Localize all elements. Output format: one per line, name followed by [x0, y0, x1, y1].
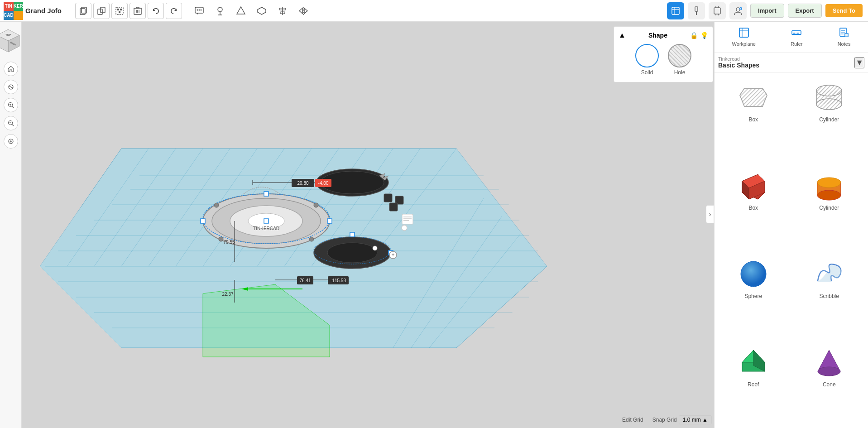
svg-line-52 [12, 106, 14, 108]
svg-point-174 [817, 178, 841, 188]
circuit-mode-button[interactable] [709, 2, 726, 19]
mirror-icon-btn[interactable] [295, 3, 312, 19]
svg-text:+: + [740, 7, 742, 10]
box-solid-thumb [733, 168, 774, 204]
shape-item-cone[interactable]: Cone [794, 341, 865, 424]
workplane-tab[interactable]: Workplane [727, 25, 761, 48]
project-name[interactable]: Grand Jofo [25, 7, 62, 14]
shape-item-roof[interactable]: Roof [718, 341, 789, 424]
svg-rect-4 [116, 7, 123, 14]
svg-rect-6 [120, 9, 122, 10]
svg-rect-35 [714, 8, 720, 14]
app-logo: TIN KER CAD [4, 2, 22, 20]
svg-point-105 [314, 203, 318, 207]
measure-icon-btn[interactable] [254, 3, 270, 19]
more-tools-button[interactable] [4, 134, 18, 149]
solid-option[interactable]: Solid [635, 44, 659, 76]
zoom-in-button[interactable] [4, 98, 18, 112]
shape-item-scribble[interactable]: Scribble [794, 253, 865, 336]
right-panel-tabs: Workplane Ruler Notes [715, 22, 868, 53]
svg-rect-0 [80, 9, 85, 14]
pin-icon-btn[interactable] [212, 3, 228, 19]
import-button[interactable]: Import [750, 4, 784, 18]
solid-circle [635, 44, 659, 67]
ruler-label: Ruler [791, 41, 802, 47]
ruler-icon [791, 27, 802, 40]
export-button[interactable]: Export [788, 4, 822, 18]
canvas-area[interactable]: TINKERCAD + [22, 22, 714, 428]
align-icon-btn[interactable] [274, 3, 291, 19]
undo-button[interactable] [148, 3, 164, 19]
panel-collapse-button[interactable]: › [706, 205, 714, 223]
svg-point-178 [741, 261, 766, 287]
shape-lock-button[interactable]: 🔒 [690, 32, 698, 39]
workplane-icon [739, 27, 749, 40]
sendto-button[interactable]: Send To [825, 4, 863, 17]
library-dropdown-button[interactable]: ▼ [854, 57, 864, 68]
svg-text:-4.00: -4.00 [318, 181, 329, 186]
shape-item-cylinder-hole[interactable]: Cylinder [794, 77, 865, 159]
cone-thumb [809, 344, 849, 380]
svg-rect-139 [402, 214, 413, 224]
scribble-label: Scribble [820, 293, 839, 299]
left-sidebar: TOP BACK [0, 22, 22, 428]
svg-text:76.41: 76.41 [299, 278, 311, 283]
shape-light-button[interactable]: 💡 [700, 32, 708, 39]
svg-rect-111 [350, 232, 355, 237]
hammer-mode-button[interactable] [688, 2, 705, 19]
solid-label: Solid [641, 69, 653, 76]
notes-tab[interactable]: Notes [832, 25, 856, 48]
svg-point-109 [327, 243, 377, 263]
svg-point-183 [818, 367, 840, 376]
shape-item-sphere[interactable]: Sphere [718, 253, 789, 336]
group-button[interactable] [111, 3, 128, 19]
duplicate-button[interactable] [93, 3, 110, 19]
svg-rect-7 [119, 11, 120, 13]
comment-icon-btn[interactable] [191, 3, 207, 19]
svg-point-104 [214, 203, 219, 207]
edit-grid-button[interactable]: Edit Grid [622, 415, 643, 424]
delete-button[interactable] [129, 3, 146, 19]
shape-icon-btn[interactable] [233, 3, 249, 19]
svg-rect-101 [327, 219, 332, 223]
home-view-button[interactable] [4, 62, 18, 76]
roof-thumb [733, 344, 774, 380]
logo-cell-cad: CAD [4, 11, 14, 20]
svg-rect-3 [101, 7, 105, 13]
cone-label: Cone [823, 381, 836, 388]
hole-label: Hole [674, 69, 686, 76]
svg-rect-5 [117, 9, 119, 10]
view-cube[interactable]: TOP BACK [0, 27, 22, 54]
shape-item-cylinder-solid[interactable]: Cylinder [794, 165, 865, 248]
cylinder-solid-thumb [809, 168, 849, 204]
snap-grid-control: Snap Grid 1.0 mm ▲ [652, 415, 712, 424]
svg-rect-102 [264, 219, 269, 223]
snap-value-button[interactable]: 1.0 mm ▲ [679, 415, 712, 424]
shape-item-box-hole[interactable]: Box [718, 77, 789, 159]
zoom-out-button[interactable] [4, 116, 18, 130]
svg-rect-100 [201, 219, 205, 223]
3d-mode-button[interactable] [667, 2, 684, 19]
svg-text:22.37: 22.37 [222, 292, 233, 297]
svg-marker-159 [845, 34, 848, 37]
notes-icon [839, 27, 849, 40]
shape-item-box-solid[interactable]: Box [718, 165, 789, 248]
orbit-button[interactable] [4, 80, 18, 94]
box-hole-label: Box [748, 116, 758, 123]
scribble-thumb [809, 256, 849, 292]
snap-value: 1.0 mm [683, 417, 701, 423]
svg-rect-30 [672, 7, 679, 14]
hole-option[interactable]: Hole [668, 44, 691, 76]
notes-label: Notes [838, 41, 851, 47]
shape-panel-collapse[interactable]: ▲ [619, 31, 626, 39]
ruler-tab[interactable]: Ruler [785, 25, 808, 48]
copy-button[interactable] [75, 3, 91, 19]
sphere-label: Sphere [744, 293, 762, 299]
redo-button[interactable] [166, 3, 182, 19]
box-solid-label: Box [748, 205, 758, 211]
cylinder-hole-label: Cylinder [819, 116, 839, 123]
account-button[interactable]: + [729, 2, 747, 19]
library-category: Basic Shapes [718, 62, 759, 69]
svg-marker-28 [299, 8, 302, 14]
snap-dropdown-icon: ▲ [702, 417, 708, 423]
